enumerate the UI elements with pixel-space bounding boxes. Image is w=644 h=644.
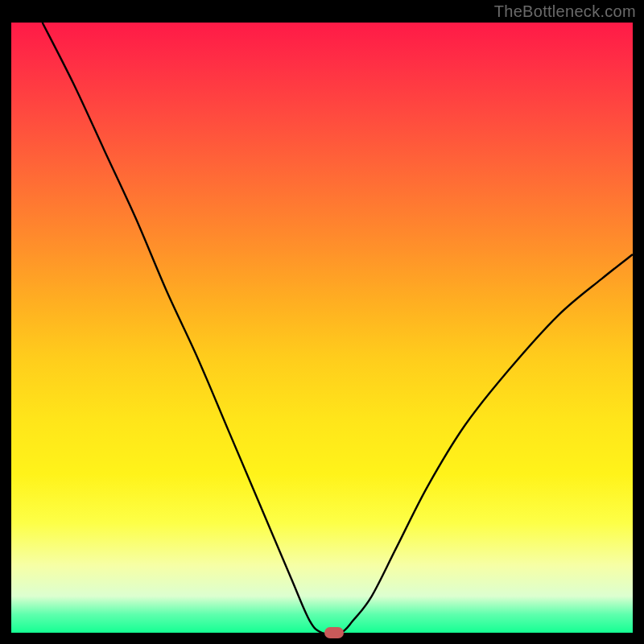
curve-path — [43, 23, 633, 633]
chart-frame: TheBottleneck.com — [0, 0, 644, 644]
optimal-point-marker — [324, 627, 344, 638]
watermark-text: TheBottleneck.com — [494, 2, 636, 21]
plot-area — [11, 23, 633, 633]
bottleneck-curve — [11, 23, 633, 633]
